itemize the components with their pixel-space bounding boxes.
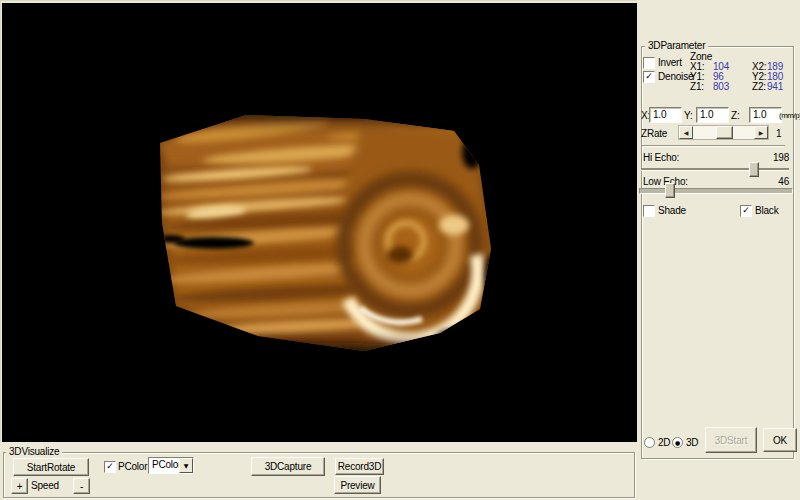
record3d-button[interactable]: Record3D — [335, 458, 384, 475]
chevron-down-icon[interactable]: ▼ — [179, 458, 193, 473]
visualize-groupbox-title: 3DVisualize — [6, 447, 62, 457]
3dcapture-button[interactable]: 3DCapture — [251, 457, 325, 476]
hi-echo-value: 198 — [758, 153, 789, 163]
mode-2d-radio[interactable] — [644, 437, 655, 448]
ultrasound-volume-render — [2, 3, 637, 442]
zone-z2-label: Z2: — [752, 82, 766, 92]
low-echo-slider-thumb[interactable] — [665, 183, 675, 198]
zone-row: Z1: 803 Z2: 941 — [690, 82, 795, 92]
scroll-right-icon[interactable]: ▶ — [754, 126, 768, 139]
zrate-label: ZRate — [641, 129, 667, 139]
denoise-checkbox[interactable]: ✓ — [643, 71, 655, 83]
visualize-panel: 3DVisualize StartRotate + Speed - ✓ PCol… — [0, 442, 637, 500]
scale-x-input[interactable]: 1.0 — [649, 107, 682, 123]
speed-plus-button[interactable]: + — [11, 478, 28, 494]
invert-label: Invert — [658, 58, 682, 68]
black-checkmark: ✓ — [742, 205, 749, 215]
zrate-value: 1 — [776, 129, 781, 139]
zone-z1-value: 803 — [713, 82, 729, 92]
scale-unit-label: (mm/p) — [779, 111, 800, 121]
3dstart-button[interactable]: 3DStart — [705, 427, 757, 453]
low-echo-slider-track[interactable] — [639, 188, 793, 194]
hi-echo-label: Hi Echo: — [643, 153, 679, 163]
mode-3d-dot: ● — [675, 439, 680, 446]
shade-label: Shade — [658, 206, 686, 216]
ok-button[interactable]: OK — [763, 428, 797, 452]
scale-z-label: Z: — [731, 111, 740, 121]
shade-checkbox[interactable] — [643, 205, 655, 217]
pcolor-dropdown-value: PColor — [152, 459, 181, 470]
mode-3d-radio[interactable]: ● — [672, 437, 683, 448]
hi-echo-slider-thumb[interactable] — [749, 162, 759, 177]
scroll-left-icon[interactable]: ◀ — [679, 126, 693, 139]
zone-z1-label: Z1: — [690, 82, 704, 92]
speed-label: Speed — [31, 481, 59, 491]
denoise-label: Denoise — [658, 72, 693, 82]
mode-3d-label: 3D — [686, 438, 698, 448]
black-label: Black — [755, 206, 778, 216]
divider — [642, 145, 785, 147]
parameter-panel: 3DParameter Invert ✓ Denoise Zone X1: 10… — [637, 0, 800, 500]
speed-minus-button[interactable]: - — [73, 478, 90, 494]
zone-z2-value: 941 — [767, 82, 783, 92]
3d-viewport[interactable] — [2, 3, 637, 442]
low-echo-value: 46 — [758, 177, 789, 187]
pcolor-checkbox[interactable]: ✓ — [104, 461, 116, 473]
app-window: { "colors": { "panel_bg": "#ece9d8", "va… — [0, 0, 800, 500]
scale-y-label: Y: — [684, 111, 693, 121]
invert-checkbox[interactable] — [643, 57, 655, 69]
scale-z-input[interactable]: 1.0 — [749, 107, 782, 123]
hi-echo-slider-track[interactable] — [641, 168, 789, 171]
start-rotate-button[interactable]: StartRotate — [13, 458, 89, 476]
zrate-scrollbar-thumb[interactable] — [716, 126, 733, 139]
denoise-checkmark: ✓ — [645, 71, 652, 81]
pcolor-dropdown[interactable]: PColor ▼ — [148, 457, 194, 474]
pcolor-label: PColor — [118, 462, 147, 472]
pcolor-checkmark: ✓ — [106, 461, 113, 471]
mode-2d-label: 2D — [658, 438, 670, 448]
zrate-scrollbar[interactable]: ◀ ▶ — [678, 125, 769, 140]
scale-y-input[interactable]: 1.0 — [696, 107, 729, 123]
black-checkbox[interactable]: ✓ — [740, 205, 752, 217]
preview-button[interactable]: Preview — [334, 476, 381, 494]
parameter-groupbox-title: 3DParameter — [645, 41, 708, 51]
